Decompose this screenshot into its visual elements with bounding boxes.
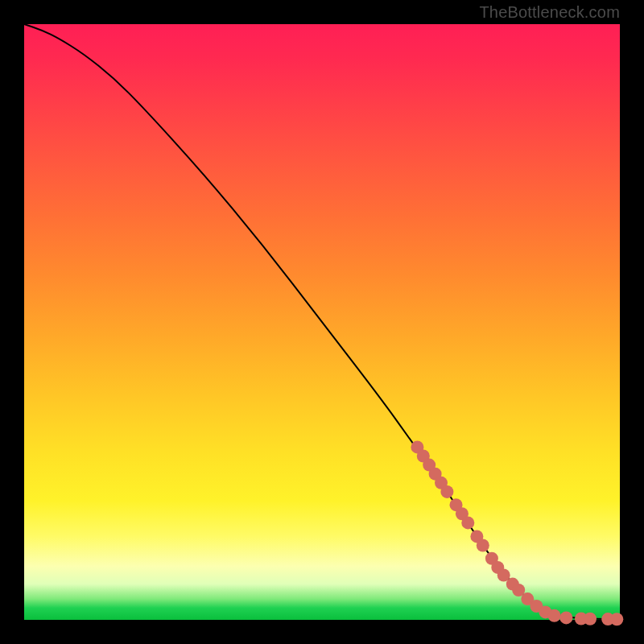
marker-dot (559, 611, 572, 624)
highlighted-points (411, 440, 623, 625)
chart-svg (24, 24, 620, 620)
bottleneck-curve (24, 24, 620, 619)
watermark-text: TheBottleneck.com (479, 3, 620, 22)
marker-dot (461, 516, 474, 529)
marker-dot (440, 485, 453, 498)
marker-dot (548, 609, 561, 622)
marker-dot (610, 613, 623, 625)
plot-area (24, 24, 620, 620)
marker-dot (584, 613, 597, 625)
marker-dot (477, 539, 489, 552)
chart-stage: TheBottleneck.com (0, 0, 644, 644)
